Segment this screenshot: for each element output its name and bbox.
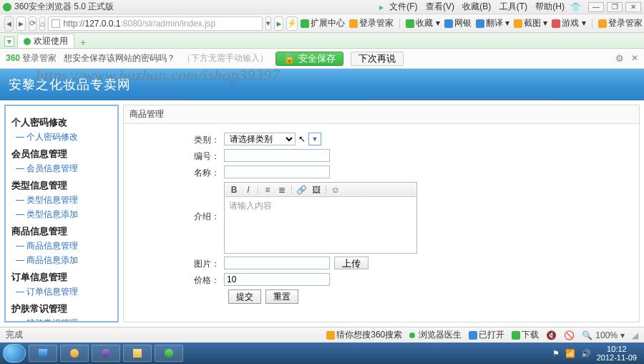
later-button[interactable]: 下次再说	[351, 52, 404, 66]
sidebar-item-knowledge-manage[interactable]: 护肤常识管理	[16, 317, 112, 322]
sidebar-group-password: 个人密码修改	[11, 116, 112, 129]
bold-button[interactable]: B	[229, 185, 239, 195]
status-search[interactable]: 猜你想搜360搜索	[326, 329, 402, 341]
label-intro: 介绍：	[131, 182, 224, 223]
sidebar-item-product-manage[interactable]: 商品信息管理	[16, 240, 112, 252]
menu-file[interactable]: 文件(F)	[389, 1, 417, 11]
favorites-button[interactable]: 收藏 ▾	[406, 17, 439, 29]
wangyin-button[interactable]: 网银	[444, 17, 472, 29]
reset-button[interactable]: 重置	[265, 289, 298, 304]
rich-text-editor: B I ≡ ≣ 🔗 🖼 ☺ 请输入内容	[224, 182, 417, 254]
titlebar-arrow-icon: ▸	[379, 2, 384, 12]
window-icon	[469, 331, 477, 340]
italic-button[interactable]: I	[243, 185, 253, 195]
url-path: :8080/slr/admin/index.jsp	[121, 19, 216, 29]
login-manager-link-2[interactable]: 登录管家	[598, 17, 643, 29]
new-tab-button[interactable]: +	[77, 37, 89, 48]
site-title: 安黎之化妆品专卖网	[9, 76, 131, 93]
task-360[interactable]	[155, 345, 183, 362]
site-identity-icon	[52, 19, 60, 28]
tray-network-icon[interactable]: 📶	[565, 349, 575, 358]
editor-textarea[interactable]: 请输入内容	[225, 197, 416, 253]
games-button[interactable]: 游戏 ▾	[552, 17, 585, 29]
task-ie[interactable]	[29, 345, 57, 362]
clock-date: 2012-11-09	[597, 353, 637, 362]
address-input[interactable]: http:// 127.0.0.1 :8080/slr/admin/index.…	[48, 16, 263, 31]
sidebar-group-product: 商品信息管理	[11, 225, 112, 238]
screenshot-button[interactable]: 截图 ▾	[514, 17, 547, 29]
emoji-button[interactable]: ☺	[331, 185, 341, 195]
pwdbar-settings-icon[interactable]: ⚙	[615, 53, 624, 64]
tray-volume-icon[interactable]: 🔊	[581, 349, 591, 358]
task-ie2[interactable]	[60, 345, 89, 362]
status-doctor[interactable]: 浏览器医生	[409, 329, 462, 341]
name-input[interactable]	[224, 166, 330, 178]
upload-button[interactable]: 上传	[334, 257, 369, 269]
menu-view[interactable]: 查看(V)	[426, 1, 454, 11]
download-icon	[512, 331, 520, 340]
sidebar-item-member[interactable]: 会员信息管理	[16, 163, 112, 175]
status-block-icon[interactable]: 🚫	[564, 330, 575, 340]
login-manager-link[interactable]: 登录管家	[349, 17, 394, 29]
site-banner: 安黎之化妆品专卖网	[0, 69, 644, 100]
pwdbar-hint: （下方无需手动输入）	[182, 52, 268, 64]
start-button[interactable]	[3, 344, 26, 363]
pwdbar-question: 想安全保存该网站的密码吗？	[64, 52, 175, 64]
ie-icon	[39, 349, 47, 358]
menu-fav[interactable]: 收藏(B)	[462, 1, 491, 11]
sidebar-item-product-add[interactable]: 商品信息添加	[16, 254, 112, 267]
ext-center-link[interactable]: 扩展中心	[301, 17, 345, 29]
window-close-button[interactable]: ✕	[625, 2, 641, 12]
price-input[interactable]	[224, 273, 330, 286]
nav-forward-button[interactable]: ►	[16, 16, 26, 31]
secure-save-button[interactable]: 🔒 安全保存	[275, 52, 343, 66]
tab-list-button[interactable]: ▾	[4, 37, 14, 47]
sidebar-item-order[interactable]: 订单信息管理	[16, 286, 112, 298]
menu-help[interactable]: 帮助(H)	[535, 1, 565, 11]
code-input[interactable]	[224, 149, 330, 162]
sidebar-item-type-add[interactable]: 类型信息添加	[16, 209, 112, 221]
skin-icon[interactable]: 👕	[570, 2, 581, 12]
image-button[interactable]: 🖼	[311, 185, 321, 195]
tray-clock[interactable]: 10:12 2012-11-09	[597, 345, 637, 362]
unordered-list-button[interactable]: ≣	[277, 185, 287, 195]
image-path-input[interactable]	[224, 257, 330, 269]
link-button[interactable]: 🔗	[296, 185, 307, 195]
tab-welcome[interactable]: 欢迎使用	[17, 34, 74, 48]
browser-statusbar: 完成 猜你想搜360搜索 浏览器医生 已打开 下载 🔇 🚫 🔍 100% ▾ ◢	[0, 327, 644, 343]
menu-tools[interactable]: 工具(T)	[499, 1, 527, 11]
resize-grip-icon[interactable]: ◢	[632, 330, 638, 340]
tray-flag-icon[interactable]: ⚑	[552, 349, 560, 358]
label-image: 图片：	[131, 257, 224, 270]
sidebar-group-member: 会员信息管理	[11, 148, 112, 161]
category-select[interactable]: 请选择类别	[224, 133, 296, 145]
submit-button[interactable]: 提交	[228, 289, 261, 304]
ordered-list-button[interactable]: ≡	[263, 185, 273, 195]
nav-reload-button[interactable]: ⟳	[29, 16, 36, 31]
url-dropdown-button[interactable]: ▾	[265, 16, 271, 31]
status-opened[interactable]: 已打开	[469, 329, 504, 341]
task-explorer[interactable]	[123, 345, 152, 362]
sidebar-item-type-manage[interactable]: 类型信息管理	[16, 194, 112, 206]
status-download[interactable]: 下载	[512, 329, 539, 341]
nav-back-button[interactable]: ◄	[4, 16, 14, 32]
sidebar-item-password-edit[interactable]: 个人密码修改	[16, 131, 112, 143]
url-host: 127.0.0.1	[84, 19, 120, 29]
chevron-down-icon: ▾	[620, 330, 625, 340]
nav-home-button[interactable]: ⌂	[39, 16, 46, 31]
pwdbar-close-icon[interactable]: ✕	[631, 53, 638, 64]
bank-icon	[444, 19, 453, 28]
window-restore-button[interactable]: ❐	[607, 2, 623, 12]
task-eclipse[interactable]	[92, 345, 120, 362]
nav-go-button[interactable]: ►	[274, 16, 283, 31]
browser-titlebar: 360安全浏览器 5.0 正式版 ▸ 文件(F) 查看(V) 收藏(B) 工具(…	[0, 0, 644, 14]
folder-icon	[133, 349, 142, 358]
translate-button[interactable]: 翻译 ▾	[476, 17, 509, 29]
system-tray: ⚑ 📶 🔊 10:12 2012-11-09	[552, 345, 641, 362]
status-mute-icon[interactable]: 🔇	[546, 330, 557, 340]
window-minimize-button[interactable]: —	[588, 2, 604, 12]
zoom-control[interactable]: 🔍 100% ▾	[582, 330, 625, 340]
compat-mode-button[interactable]: ⚡	[286, 16, 298, 31]
category-dropdown-icon[interactable]: ▼	[308, 133, 321, 145]
password-save-bar: 360 登录管家 想安全保存该网站的密码吗？ （下方无需手动输入） 🔒 安全保存…	[0, 49, 644, 69]
